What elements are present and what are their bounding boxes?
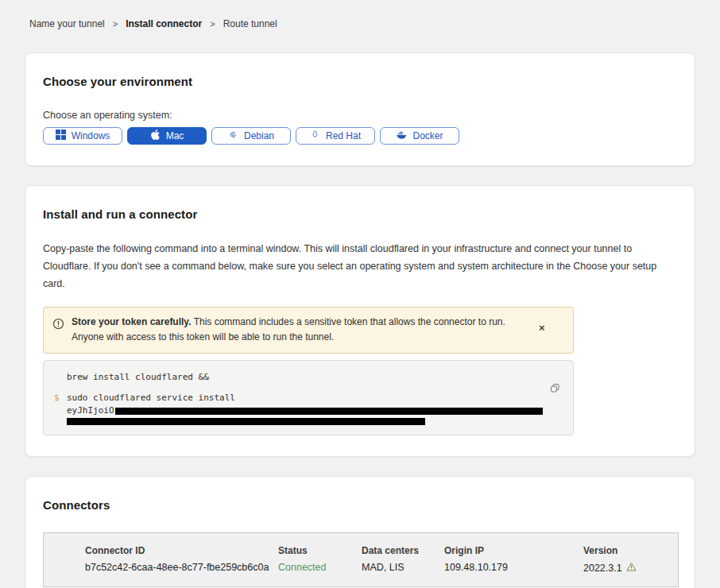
breadcrumb-separator: > bbox=[210, 19, 215, 29]
code-line-brew: brew install cloudflared && bbox=[54, 371, 560, 384]
install-card-title: Install and run a connector bbox=[43, 207, 677, 221]
code-line-token: eyJhIjoiO bbox=[54, 404, 560, 417]
code-line-sudo: $ sudo cloudflared service install bbox=[54, 392, 560, 404]
token-warning-banner: Store your token carefully. This command… bbox=[43, 307, 574, 354]
redhat-icon bbox=[310, 130, 320, 142]
os-button-redhat[interactable]: Red Hat bbox=[296, 127, 375, 145]
breadcrumb-separator: > bbox=[113, 19, 118, 29]
copy-icon bbox=[550, 384, 560, 396]
col-header-status: Status bbox=[278, 545, 362, 556]
os-button-windows[interactable]: Windows bbox=[43, 127, 122, 145]
col-header-connector-id: Connector ID bbox=[85, 545, 278, 556]
version-value: 2022.3.1 bbox=[583, 562, 678, 574]
close-banner-button[interactable]: × bbox=[536, 319, 548, 336]
copy-command-button[interactable] bbox=[548, 381, 562, 397]
environment-card-title: Choose your environment bbox=[43, 75, 677, 88]
os-button-docker[interactable]: Docker bbox=[380, 127, 459, 145]
install-description: Copy-paste the following command into a … bbox=[43, 241, 677, 293]
os-button-label: Docker bbox=[412, 130, 443, 141]
shell-prompt: $ bbox=[54, 392, 67, 404]
install-card: Install and run a connector Copy-paste t… bbox=[25, 185, 695, 457]
os-button-label: Mac bbox=[166, 130, 184, 141]
col-header-origin-ip: Origin IP bbox=[444, 545, 583, 556]
connector-id-value: b7c52c42-6caa-48ee-8c77-fbe259cb6c0a bbox=[85, 562, 278, 574]
os-button-mac[interactable]: Mac bbox=[127, 127, 207, 145]
breadcrumb: Name your tunnel > Install connector > R… bbox=[0, 0, 720, 29]
token-warning-bold: Store your token carefully. bbox=[72, 316, 192, 327]
code-text: sudo cloudflared service install bbox=[67, 392, 235, 404]
alert-circle-icon bbox=[52, 318, 64, 333]
redacted-token-bar bbox=[115, 408, 543, 415]
token-warning-text: Store your token carefully. This command… bbox=[72, 315, 528, 346]
col-header-data-centers: Data centers bbox=[362, 545, 444, 556]
docker-icon bbox=[396, 130, 407, 142]
data-centers-value: MAD, LIS bbox=[362, 562, 444, 574]
breadcrumb-step-route-tunnel: Route tunnel bbox=[223, 18, 277, 29]
status-badge: Connected bbox=[278, 562, 362, 574]
os-button-label: Windows bbox=[72, 130, 110, 141]
windows-icon bbox=[56, 130, 66, 142]
token-text: eyJhIjoiO bbox=[67, 404, 543, 417]
breadcrumb-step-name-tunnel[interactable]: Name your tunnel bbox=[29, 18, 105, 29]
connectors-card: Connectors Connector ID Status Data cent… bbox=[25, 476, 695, 588]
version-warning-icon bbox=[626, 562, 637, 574]
code-text: brew install cloudflared && bbox=[67, 371, 209, 384]
origin-ip-value: 109.48.10.179 bbox=[444, 562, 583, 574]
debian-icon bbox=[228, 130, 238, 142]
connectors-table: Connector ID Status Data centers Origin … bbox=[43, 532, 679, 587]
breadcrumb-step-install-connector: Install connector bbox=[126, 18, 202, 29]
code-line-token-2 bbox=[54, 417, 560, 425]
os-button-label: Red Hat bbox=[326, 130, 361, 141]
install-command-codeblock: brew install cloudflared && $ sudo cloud… bbox=[43, 360, 574, 435]
os-button-group: Windows Mac Debian Red Hat Docker bbox=[43, 127, 677, 145]
os-button-debian[interactable]: Debian bbox=[211, 127, 291, 145]
os-button-label: Debian bbox=[244, 130, 274, 141]
apple-icon bbox=[150, 130, 161, 142]
environment-card: Choose your environment Choose an operat… bbox=[25, 52, 695, 166]
os-select-label: Choose an operating system: bbox=[43, 110, 677, 121]
col-header-version: Version bbox=[583, 545, 678, 556]
connectors-card-title: Connectors bbox=[43, 498, 677, 512]
redacted-token-bar bbox=[67, 418, 425, 425]
